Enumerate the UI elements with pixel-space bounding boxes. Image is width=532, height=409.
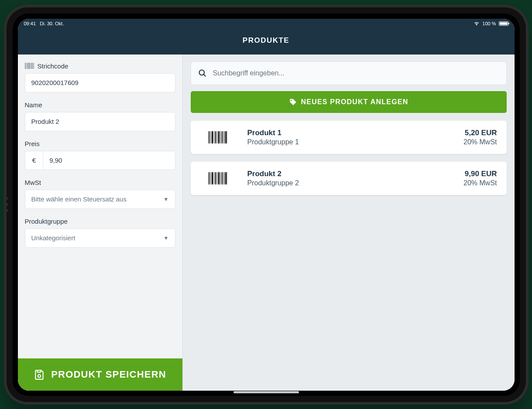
save-icon	[34, 369, 45, 380]
price-label: Preis	[25, 140, 175, 147]
svg-rect-26	[226, 172, 227, 184]
svg-rect-19	[215, 172, 216, 184]
product-price: 9,90 EUR	[463, 170, 497, 178]
svg-rect-11	[222, 131, 223, 143]
product-tax: 20% MwSt	[463, 138, 497, 146]
product-form-pane: Strichcode Name Preis	[18, 55, 183, 391]
svg-rect-21	[218, 172, 220, 184]
product-tax: 20% MwSt	[463, 179, 497, 187]
svg-rect-20	[217, 172, 217, 184]
app-header: PRODUKTE	[18, 28, 515, 55]
chevron-down-icon: ▼	[164, 235, 169, 241]
status-time: 09:41	[24, 21, 36, 26]
save-button-label: PRODUKT SPEICHERN	[51, 369, 166, 380]
svg-rect-24	[223, 172, 224, 184]
search-input[interactable]	[213, 69, 499, 77]
barcode-label: Strichcode	[25, 62, 175, 70]
product-price: 5,20 EUR	[463, 129, 497, 137]
currency-symbol: €	[25, 151, 43, 170]
tag-icon	[289, 98, 297, 106]
barcode-icon	[200, 172, 235, 184]
svg-rect-10	[220, 131, 221, 143]
group-label: Produktgruppe	[25, 218, 175, 225]
svg-rect-8	[217, 131, 217, 143]
name-input[interactable]	[25, 112, 175, 131]
svg-rect-12	[223, 131, 224, 143]
svg-rect-18	[214, 172, 214, 184]
svg-rect-25	[225, 172, 226, 184]
product-list-item[interactable]: Produkt 2 Produktgruppe 2 9,90 EUR 20% M…	[191, 162, 507, 195]
barcode-input[interactable]	[25, 73, 175, 92]
chevron-down-icon: ▼	[164, 196, 169, 202]
vat-label: MwSt	[25, 179, 175, 186]
new-product-button-label: NEUES PRODUKT ANLEGEN	[301, 98, 408, 106]
product-list-pane: NEUES PRODUKT ANLEGEN Produkt 1 Produktg…	[183, 55, 515, 391]
save-product-button[interactable]: PRODUKT SPEICHERN	[18, 358, 182, 391]
product-group: Produktgruppe 2	[247, 179, 452, 187]
svg-rect-9	[218, 131, 220, 143]
battery-icon	[499, 21, 508, 26]
status-date: Di. 30. Okt.	[40, 21, 64, 26]
page-title: PRODUKTE	[18, 36, 515, 45]
svg-rect-22	[220, 172, 221, 184]
svg-rect-17	[212, 172, 213, 184]
barcode-icon	[200, 131, 235, 143]
price-input[interactable]	[43, 151, 175, 170]
svg-rect-3	[209, 131, 209, 143]
vat-select-value: Bitte wähle einen Steuersatz aus	[31, 195, 127, 203]
svg-rect-15	[209, 172, 209, 184]
svg-rect-13	[225, 131, 226, 143]
new-product-button[interactable]: NEUES PRODUKT ANLEGEN	[191, 91, 507, 113]
product-list-item[interactable]: Produkt 1 Produktgruppe 1 5,20 EUR 20% M…	[191, 121, 507, 154]
group-select[interactable]: Unkategorisiert ▼	[25, 228, 175, 248]
wifi-icon	[474, 21, 480, 26]
svg-rect-7	[215, 131, 216, 143]
barcode-icon	[25, 63, 34, 69]
product-group: Produktgruppe 1	[247, 138, 452, 146]
search-icon	[198, 69, 207, 78]
svg-rect-5	[212, 131, 213, 143]
group-select-value: Unkategorisiert	[31, 234, 76, 242]
svg-line-2	[203, 74, 205, 76]
svg-rect-16	[210, 172, 211, 184]
product-name: Produkt 1	[247, 129, 452, 137]
product-name: Produkt 2	[247, 170, 452, 178]
name-label: Name	[25, 101, 175, 109]
svg-rect-6	[214, 131, 214, 143]
svg-point-0	[38, 375, 41, 378]
svg-rect-23	[222, 172, 223, 184]
search-box[interactable]	[191, 61, 507, 85]
svg-rect-14	[226, 131, 227, 143]
status-battery-text: 100 %	[482, 21, 496, 26]
svg-rect-4	[210, 131, 211, 143]
status-bar: 09:41 Di. 30. Okt. 100 %	[18, 19, 515, 28]
vat-select[interactable]: Bitte wähle einen Steuersatz aus ▼	[25, 190, 175, 209]
